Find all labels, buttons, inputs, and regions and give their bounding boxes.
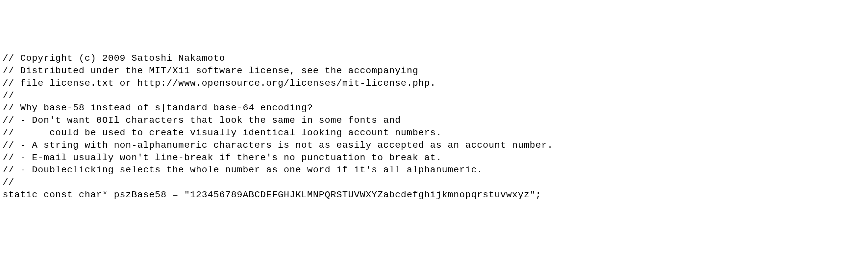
code-line: // xyxy=(3,89,865,102)
code-line: // - Don't want 0OIl characters that loo… xyxy=(3,114,865,127)
code-line: // - A string with non-alphanumeric char… xyxy=(3,139,865,152)
code-line: static const char* pszBase58 = "12345678… xyxy=(3,189,865,201)
code-line: // Why base-58 instead of s|tandard base… xyxy=(3,102,865,114)
code-line: // - E-mail usually won't line-break if … xyxy=(3,152,865,164)
code-line: // - Doubleclicking selects the whole nu… xyxy=(3,164,865,176)
code-block[interactable]: // Copyright (c) 2009 Satoshi Nakamoto//… xyxy=(3,52,865,201)
code-line: // Copyright (c) 2009 Satoshi Nakamoto xyxy=(3,52,865,65)
code-line: // Distributed under the MIT/X11 softwar… xyxy=(3,65,865,77)
code-line: // xyxy=(3,176,865,189)
code-line: // could be used to create visually iden… xyxy=(3,127,865,139)
code-line: // file license.txt or http://www.openso… xyxy=(3,77,865,89)
